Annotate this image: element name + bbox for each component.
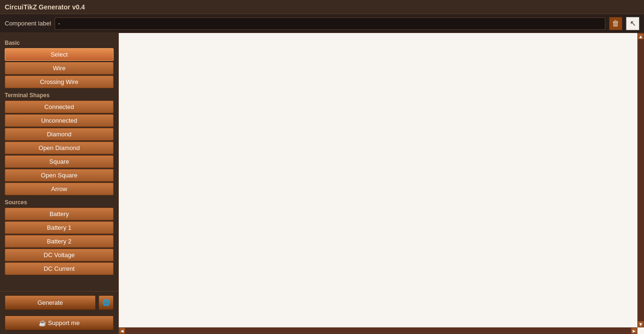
support-button[interactable]: ☕ Support me: [5, 316, 114, 330]
scroll-left-button[interactable]: ◄: [119, 327, 125, 334]
generate-button[interactable]: Generate: [5, 295, 96, 310]
sidebar-item-dc-voltage[interactable]: DC Voltage: [5, 249, 114, 261]
cursor-button[interactable]: ↖: [626, 17, 639, 30]
sidebar-item-crossing-wire[interactable]: Crossing Wire: [5, 75, 114, 88]
scroll-up-button[interactable]: ▲: [637, 33, 644, 40]
sidebar-item-arrow[interactable]: Arrow: [5, 183, 114, 195]
circuit-canvas[interactable]: ~ 120v 9:2: [119, 33, 260, 104]
sidebar-item-wire[interactable]: Wire: [5, 62, 114, 75]
globe-button[interactable]: 🌐: [99, 295, 114, 310]
delete-button[interactable]: 🗑: [609, 17, 622, 30]
sidebar-item-diamond[interactable]: Diamond: [5, 128, 114, 141]
sidebar-item-open-diamond[interactable]: Open Diamond: [5, 142, 114, 154]
sidebar-item-battery-1[interactable]: Battery 1: [5, 221, 114, 234]
sidebar-item-unconnected[interactable]: Unconnected: [5, 114, 114, 127]
sidebar-item-open-square[interactable]: Open Square: [5, 169, 114, 182]
scroll-down-button[interactable]: ▼: [637, 321, 644, 327]
scroll-right-button[interactable]: ►: [631, 327, 637, 334]
svg-rect-0: [119, 33, 260, 104]
scroll-horizontal-track[interactable]: [125, 327, 631, 334]
sidebar-item-select[interactable]: Select: [5, 48, 114, 61]
sidebar-item-square[interactable]: Square: [5, 155, 114, 168]
section-title-basic: Basic: [5, 40, 114, 46]
app-title: CircuiTikZ Generator v0.4: [5, 3, 85, 11]
section-title-sources: Sources: [5, 199, 114, 206]
component-label-input[interactable]: [55, 17, 605, 30]
scroll-vertical-track[interactable]: [637, 40, 644, 321]
sidebar-item-battery-2[interactable]: Battery 2: [5, 235, 114, 248]
sidebar-item-dc-current[interactable]: DC Current: [5, 262, 114, 275]
section-title-terminal-shapes: Terminal Shapes: [5, 92, 114, 99]
sidebar-item-battery[interactable]: Battery: [5, 208, 114, 220]
sidebar-item-connected[interactable]: Connected: [5, 100, 114, 113]
component-label-label: Component label: [5, 20, 51, 27]
